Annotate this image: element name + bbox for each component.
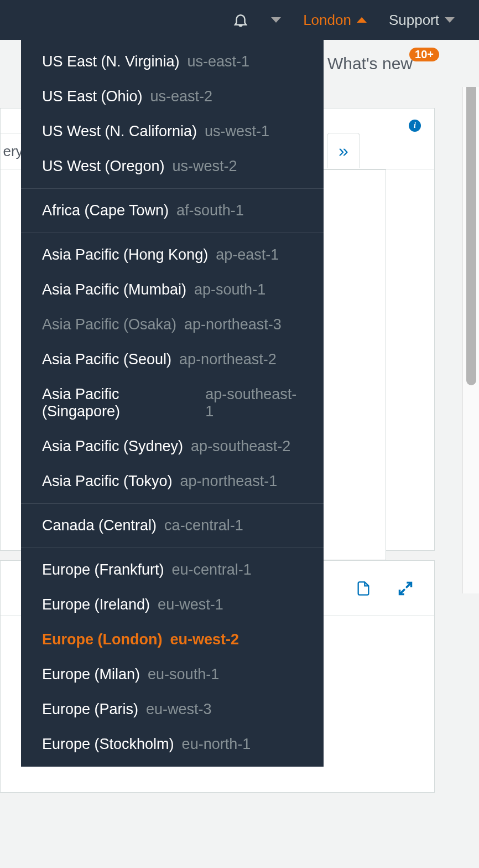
region-item[interactable]: Asia Pacific (Mumbai)ap-south-1 [21, 272, 324, 307]
info-icon[interactable]: i [409, 120, 421, 132]
region-name: Asia Pacific (Mumbai) [42, 281, 186, 298]
region-item[interactable]: Asia Pacific (Tokyo)ap-northeast-1 [21, 464, 324, 503]
region-code: us-west-2 [173, 158, 237, 175]
region-item[interactable]: Europe (London)eu-west-2 [21, 622, 324, 657]
region-code: eu-west-3 [146, 701, 212, 718]
region-code: ap-south-1 [194, 281, 265, 298]
expand-icon[interactable] [398, 581, 413, 596]
region-code: eu-west-1 [158, 596, 223, 613]
region-item[interactable]: Europe (Frankfurt)eu-central-1 [21, 548, 324, 587]
region-item[interactable]: US East (N. Virginia)us-east-1 [21, 40, 324, 79]
region-code: ap-southeast-2 [191, 438, 290, 455]
region-name: Asia Pacific (Singapore) [42, 386, 197, 420]
caret-down-icon [271, 17, 281, 23]
whats-new-label: What's new [327, 54, 413, 73]
scrollbar-thumb[interactable] [466, 42, 476, 385]
region-item[interactable]: US West (Oregon)us-west-2 [21, 149, 324, 188]
region-code: ap-east-1 [216, 246, 279, 264]
region-name: Asia Pacific (Sydney) [42, 438, 183, 455]
region-code: ap-northeast-3 [184, 316, 282, 333]
support-menu[interactable]: Support [378, 12, 466, 29]
region-name: Europe (Ireland) [42, 596, 150, 613]
region-group: US East (N. Virginia)us-east-1US East (O… [21, 40, 324, 189]
region-name: Asia Pacific (Osaka) [42, 316, 176, 333]
region-code: us-west-1 [205, 123, 269, 140]
region-code: ap-northeast-2 [179, 351, 277, 368]
tab-scroll-right[interactable]: » [327, 133, 360, 168]
region-code: eu-north-1 [182, 736, 251, 753]
region-group: Canada (Central)ca-central-1 [21, 504, 324, 548]
region-name: Asia Pacific (Hong Kong) [42, 246, 208, 264]
account-menu[interactable] [260, 17, 292, 23]
region-item[interactable]: Europe (Stockholm)eu-north-1 [21, 727, 324, 766]
caret-up-icon [357, 17, 367, 23]
region-group: Asia Pacific (Hong Kong)ap-east-1Asia Pa… [21, 233, 324, 504]
region-name: US East (Ohio) [42, 88, 143, 105]
region-name: US East (N. Virginia) [42, 53, 180, 70]
chevron-right-icon: » [339, 141, 348, 161]
scrollbar-track[interactable] [462, 40, 479, 593]
region-item[interactable]: Africa (Cape Town)af-south-1 [21, 189, 324, 232]
region-code: us-east-2 [150, 88, 213, 105]
region-code: af-south-1 [176, 202, 244, 219]
document-icon[interactable] [356, 581, 371, 596]
region-item: Asia Pacific (Osaka)ap-northeast-3 [21, 307, 324, 342]
bell-icon [232, 12, 249, 28]
region-name: Canada (Central) [42, 517, 157, 534]
region-item[interactable]: Europe (Paris)eu-west-3 [21, 692, 324, 727]
region-name: US West (Oregon) [42, 158, 165, 175]
region-code: ca-central-1 [164, 517, 243, 534]
region-item[interactable]: Asia Pacific (Sydney)ap-southeast-2 [21, 429, 324, 464]
region-name: Asia Pacific (Seoul) [42, 351, 171, 368]
region-name: Europe (Stockholm) [42, 736, 174, 753]
region-code: eu-west-2 [170, 631, 239, 648]
region-name: Europe (Milan) [42, 666, 140, 683]
region-item[interactable]: Europe (Milan)eu-south-1 [21, 657, 324, 692]
region-code: ap-southeast-1 [205, 386, 303, 420]
region-group: Europe (Frankfurt)eu-central-1Europe (Ir… [21, 548, 324, 767]
region-name: US West (N. California) [42, 123, 197, 140]
region-item[interactable]: Asia Pacific (Seoul)ap-northeast-2 [21, 342, 324, 377]
region-item[interactable]: US East (Ohio)us-east-2 [21, 79, 324, 114]
region-dropdown: US East (N. Virginia)us-east-1US East (O… [21, 40, 324, 767]
whats-new-link[interactable]: What's new 10+ [327, 49, 413, 79]
tab-partial-text: ery [3, 143, 23, 160]
region-code: us-east-1 [188, 53, 250, 70]
region-name: Africa (Cape Town) [42, 202, 169, 219]
support-label: Support [389, 12, 439, 29]
region-item[interactable]: Asia Pacific (Singapore)ap-southeast-1 [21, 377, 324, 429]
notifications-menu[interactable] [221, 12, 260, 28]
region-group: Africa (Cape Town)af-south-1 [21, 189, 324, 233]
region-item[interactable]: Asia Pacific (Hong Kong)ap-east-1 [21, 233, 324, 272]
top-navigation: London Support [0, 0, 479, 40]
caret-down-icon [445, 17, 455, 23]
region-name: Asia Pacific (Tokyo) [42, 473, 173, 490]
region-selector[interactable]: London [292, 12, 378, 29]
region-item[interactable]: Europe (Ireland)eu-west-1 [21, 587, 324, 622]
region-code: eu-central-1 [172, 561, 252, 578]
region-code: eu-south-1 [148, 666, 219, 683]
region-item[interactable]: Canada (Central)ca-central-1 [21, 504, 324, 547]
region-label: London [303, 12, 351, 29]
region-code: ap-northeast-1 [180, 473, 278, 490]
region-name: Europe (Frankfurt) [42, 561, 164, 578]
region-name: Europe (Paris) [42, 701, 138, 718]
region-name: Europe (London) [42, 631, 162, 648]
region-item[interactable]: US West (N. California)us-west-1 [21, 114, 324, 149]
whats-new-badge: 10+ [409, 48, 439, 61]
